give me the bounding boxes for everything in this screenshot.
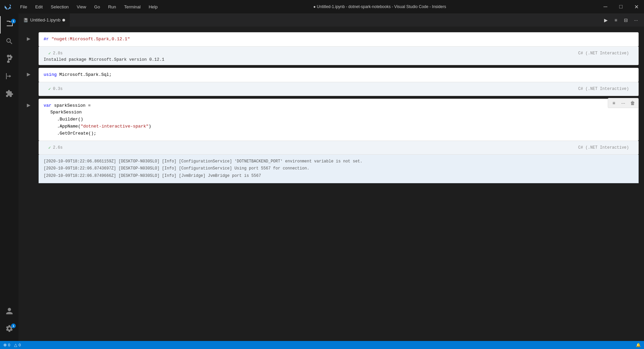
cell-3-container: ▶ ≡ ··· 🗑: [18, 99, 644, 184]
split-editor-button[interactable]: ⊟: [621, 15, 631, 25]
notebook-content: ▶ #r "nuget:Microsoft.Spark,0.12.1" ✓ 2.…: [18, 27, 644, 341]
notebook-file-icon: 📓: [23, 18, 28, 22]
log-line-1: [2020-10-09T18:22:06.8661159Z] [DESKTOP-…: [44, 158, 634, 165]
menu-bar: File Edit Selection View Go Run Terminal…: [16, 0, 162, 13]
source-control-icon: [5, 55, 13, 65]
cell-3-time: 2.6s: [53, 145, 63, 150]
cell-1-container: ▶ #r "nuget:Microsoft.Spark,0.12.1" ✓ 2.…: [18, 32, 644, 65]
cell-3-gutter: ▶: [18, 99, 39, 109]
tab-bar: 📓 Untitled-1.ipynb ▶ ≡ ⊟ ···: [18, 13, 644, 27]
activity-bar: 1: [0, 13, 18, 341]
cell-1-check-icon: ✓: [48, 51, 51, 56]
cell-2-status: ✓ 0.3s C# (.NET Interactive): [44, 85, 634, 93]
menu-selection[interactable]: Selection: [47, 0, 72, 13]
notebook-tab[interactable]: 📓 Untitled-1.ipynb: [18, 13, 70, 27]
app-icon: [0, 3, 16, 10]
cell-more-icon: ···: [621, 100, 625, 106]
search-icon: [5, 37, 13, 47]
maximize-button[interactable]: □: [613, 0, 629, 13]
tab-filename: Untitled-1.ipynb: [30, 17, 60, 22]
sidebar-item-source-control[interactable]: [0, 51, 18, 68]
main-layout: 1: [0, 13, 644, 341]
cell-3-more-button[interactable]: ···: [619, 99, 628, 107]
title-bar: File Edit Selection View Go Run Terminal…: [0, 0, 644, 13]
tab-modified-indicator: [62, 19, 65, 21]
cell-3-wrapper: ≡ ··· 🗑 var sparkSession = SparkSession …: [39, 99, 639, 184]
run-icon: [5, 72, 13, 82]
cell-1: #r "nuget:Microsoft.Spark,0.12.1" ✓ 2.8s…: [39, 32, 639, 65]
cell-2-lang: C# (.NET Interactive): [578, 87, 629, 91]
code-string: "nuget:Microsoft.Spark,0.12.1": [51, 37, 130, 42]
cell-2-code[interactable]: using Microsoft.Spark.Sql;: [39, 68, 639, 82]
run-all-button[interactable]: ▶: [601, 15, 610, 25]
extensions-icon: [5, 90, 13, 100]
warning-count: 0: [18, 343, 20, 347]
delete-icon: 🗑: [630, 100, 635, 106]
log-line-2: [2020-10-09T18:22:06.8743697Z] [DESKTOP-…: [44, 165, 634, 172]
cell-3-status: ✓ 2.6s C# (.NET Interactive): [44, 144, 634, 152]
sidebar-item-extensions[interactable]: [0, 86, 18, 103]
menu-view[interactable]: View: [73, 0, 90, 13]
cell-3-delete-button[interactable]: 🗑: [628, 99, 637, 107]
run-all-icon: ▶: [604, 17, 608, 23]
menu-help[interactable]: Help: [145, 0, 162, 13]
cell-3-check-icon: ✓: [48, 145, 51, 150]
cell-3-format-button[interactable]: ≡: [609, 99, 618, 107]
bell-icon: 🔔: [636, 343, 641, 347]
activity-bar-bottom: 1: [0, 303, 18, 341]
sidebar-item-settings[interactable]: 1: [0, 321, 18, 338]
cell-1-code[interactable]: #r "nuget:Microsoft.Spark,0.12.1": [39, 32, 639, 47]
status-bar: ⊗ 0 △ 0 🔔: [0, 341, 644, 349]
settings-badge: 1: [11, 323, 16, 328]
sidebar-item-explorer[interactable]: 1: [0, 16, 18, 34]
code-using-keyword: using: [44, 72, 57, 77]
cell-2-container: ▶ using Microsoft.Spark.Sql; ✓ 0.3s C# (…: [18, 68, 644, 96]
cell-3-output: ✓ 2.6s C# (.NET Interactive): [39, 141, 639, 155]
cell-2-check-icon: ✓: [48, 86, 51, 92]
status-bar-right: 🔔: [636, 343, 641, 347]
clear-all-button[interactable]: ≡: [611, 15, 621, 25]
tab-actions: ▶ ≡ ⊟ ···: [601, 15, 644, 25]
cell-3-lang: C# (.NET Interactive): [578, 145, 629, 150]
explorer-badge: 1: [11, 19, 16, 23]
log-line-3: [2020-10-09T18:22:06.8749666Z] [DESKTOP-…: [44, 172, 634, 180]
sidebar-item-account[interactable]: [0, 303, 18, 321]
status-warnings[interactable]: △ 0: [14, 343, 20, 347]
cell-1-gutter: ▶: [18, 32, 39, 42]
cell-2-run-button[interactable]: ▶: [25, 70, 32, 78]
cell-1-run-button[interactable]: ▶: [25, 35, 32, 42]
svg-rect-0: [6, 73, 7, 79]
window-controls: ─ □ ✕: [598, 0, 644, 13]
cell-1-output: ✓ 2.8s C# (.NET Interactive) Installed p…: [39, 47, 639, 65]
minimize-button[interactable]: ─: [598, 0, 613, 13]
cell-2-output: ✓ 0.3s C# (.NET Interactive): [39, 82, 639, 96]
cell-2: using Microsoft.Spark.Sql; ✓ 0.3s C# (.N…: [39, 68, 639, 96]
menu-run[interactable]: Run: [104, 0, 120, 13]
cell-3-log-output: [2020-10-09T18:22:06.8661159Z] [DESKTOP-…: [39, 155, 639, 184]
sidebar-item-run[interactable]: [0, 68, 18, 86]
menu-edit[interactable]: Edit: [31, 0, 47, 13]
code-keyword: #r: [44, 37, 49, 42]
error-count: 0: [8, 343, 10, 347]
sidebar-item-search[interactable]: [0, 34, 18, 51]
cell-1-time: 2.8s: [53, 51, 63, 56]
menu-go[interactable]: Go: [90, 0, 104, 13]
split-icon: ⊟: [624, 17, 628, 23]
cell-3-code[interactable]: var sparkSession = SparkSession .Builder…: [39, 99, 639, 141]
format-icon: ≡: [612, 100, 615, 106]
account-icon: [5, 307, 13, 317]
status-errors[interactable]: ⊗ 0: [3, 343, 10, 347]
error-icon: ⊗: [3, 343, 7, 347]
cell-3-run-button[interactable]: ▶: [25, 101, 32, 109]
close-button[interactable]: ✕: [629, 0, 644, 13]
editor-area: 📓 Untitled-1.ipynb ▶ ≡ ⊟ ···: [18, 13, 644, 341]
warning-icon: △: [14, 343, 17, 347]
menu-file[interactable]: File: [16, 0, 31, 13]
more-icon: ···: [634, 17, 638, 23]
more-actions-button[interactable]: ···: [631, 15, 641, 25]
window-title: ● Untitled-1.ipynb - dotnet-spark-notebo…: [162, 4, 598, 9]
menu-terminal[interactable]: Terminal: [120, 0, 145, 13]
cell-1-lang: C# (.NET Interactive): [578, 51, 629, 56]
cell-1-status: ✓ 2.8s C# (.NET Interactive): [44, 49, 634, 57]
status-notifications[interactable]: 🔔: [636, 343, 641, 347]
